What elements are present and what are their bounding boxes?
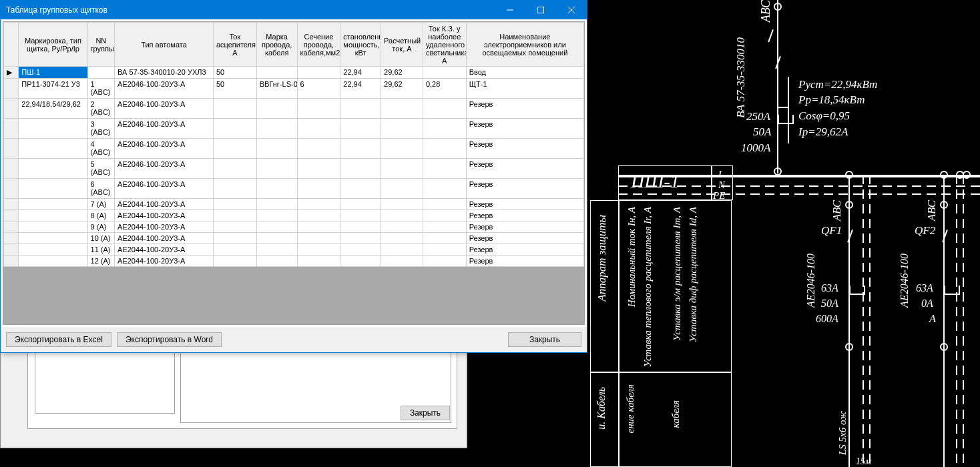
cell-naim[interactable]: Резерв [466,119,583,139]
minimize-button[interactable] [495,1,525,19]
cell-type[interactable]: АЕ2046-100-20У3-А [115,179,214,199]
col-marka[interactable]: Марка провода, кабеля [256,23,297,67]
col-nn[interactable]: NN группы [87,23,115,67]
cell-ust[interactable] [340,244,381,256]
cell-kz[interactable] [423,99,466,119]
cell-rasch[interactable] [381,139,423,159]
cell-naim[interactable]: Резерв [466,159,583,179]
table-row[interactable]: 6 (ABC)АЕ2046-100-20У3-АРезерв [4,179,584,199]
cell-naim[interactable]: Резерв [466,139,583,159]
cell-kz[interactable] [423,199,466,210]
cell-sech[interactable] [297,99,340,119]
modal-close-button[interactable]: Закрыть [508,332,581,347]
cell-kz[interactable] [423,244,466,256]
export-word-button[interactable]: Экспортировать в Word [117,332,222,347]
cell-naim[interactable]: ЩТ-1 [466,79,583,99]
cell-ust[interactable] [340,210,381,221]
cell-tok[interactable] [213,233,256,244]
cell-marka[interactable] [256,159,297,179]
cell-nn[interactable]: 2 (ABC) [87,99,115,119]
col-type[interactable]: Тип автомата [115,23,214,67]
table-row[interactable]: 8 (A)АЕ2044-100-20У3-АРезерв [4,210,584,221]
cell-marka[interactable]: ВВГнг-LS-0, [256,79,297,99]
col-ust[interactable]: cтановленна мощность, кВт [340,23,381,67]
row-header[interactable] [4,159,19,179]
col-rasch[interactable]: Расчетный ток, А [381,23,423,67]
cell-ust[interactable] [340,199,381,210]
cell-ust[interactable]: 22,94 [340,67,381,79]
close-button[interactable] [556,1,587,19]
cell-marka[interactable] [256,221,297,233]
table-row[interactable]: 3 (ABC)АЕ2046-100-20У3-АРезерв [4,119,584,139]
cell-nn[interactable]: 10 (A) [87,233,115,244]
cell-ust[interactable] [340,119,381,139]
cell-kz[interactable] [423,221,466,233]
row-header[interactable]: ▶ [4,67,19,79]
col-sech[interactable]: Сечение провода, кабеля,мм2 [297,23,340,67]
cell-tok[interactable] [213,244,256,256]
cell-type[interactable]: АЕ2044-100-20У3-А [115,199,214,210]
cell-rasch[interactable]: 29,62 [381,79,423,99]
cell-sech[interactable] [297,256,340,267]
cell-marka[interactable] [256,119,297,139]
row-header[interactable] [4,256,19,267]
cell-tok[interactable] [213,159,256,179]
cell-ust[interactable] [340,139,381,159]
row-header[interactable] [4,233,19,244]
cell-sech[interactable] [297,221,340,233]
cell-naim[interactable]: Ввод [466,67,583,79]
cell-type[interactable]: АЕ2046-100-20У3-А [115,99,214,119]
cell-nn[interactable]: 7 (A) [87,199,115,210]
cell-naim[interactable]: Резерв [466,199,583,210]
cell-mark[interactable] [19,244,87,256]
row-header[interactable] [4,179,19,199]
cell-naim[interactable]: Резерв [466,210,583,221]
cell-nn[interactable]: 1 (ABC) [87,79,115,99]
table-row[interactable]: 11 (A)АЕ2044-100-20У3-АРезерв [4,244,584,256]
cell-marka[interactable] [256,199,297,210]
data-grid[interactable]: Маркировка, тип щитка, Ру/Рр/Iр NN групп… [3,21,585,325]
cell-rasch[interactable] [381,119,423,139]
cell-rasch[interactable] [381,179,423,199]
cell-tok[interactable] [213,179,256,199]
cell-sech[interactable] [297,199,340,210]
cell-tok[interactable] [213,210,256,221]
cell-tok[interactable] [213,99,256,119]
table-row[interactable]: 12 (A)АЕ2044-100-20У3-АРезерв [4,256,584,267]
cell-tok[interactable]: 50 [213,79,256,99]
cell-mark[interactable]: 22,94/18,54/29,62 [19,99,87,119]
cell-type[interactable]: АЕ2044-100-20У3-А [115,256,214,267]
cell-rasch[interactable] [381,99,423,119]
cell-kz[interactable] [423,159,466,179]
cell-nn[interactable]: 3 (ABC) [87,119,115,139]
cell-ust[interactable] [340,99,381,119]
cell-kz[interactable] [423,139,466,159]
cell-ust[interactable] [340,233,381,244]
col-mark[interactable]: Маркировка, тип щитка, Ру/Рр/Iр [19,23,87,67]
cell-mark[interactable] [19,159,87,179]
cell-type[interactable]: АЕ2046-100-20У3-А [115,159,214,179]
cell-nn[interactable]: 6 (ABC) [87,179,115,199]
cell-nn[interactable]: 12 (A) [87,256,115,267]
cell-sech[interactable] [297,119,340,139]
cell-sech[interactable] [297,139,340,159]
col-tok[interactable]: Ток асцепителя, А [213,23,256,67]
cell-rasch[interactable] [381,159,423,179]
cell-mark[interactable]: ПР11-3074-21 У3 [19,79,87,99]
cell-nn[interactable]: 5 (ABC) [87,159,115,179]
cell-kz[interactable] [423,179,466,199]
cell-nn[interactable]: 11 (A) [87,244,115,256]
cell-marka[interactable] [256,256,297,267]
cell-ust[interactable] [340,159,381,179]
cell-mark[interactable] [19,256,87,267]
cell-rasch[interactable] [381,244,423,256]
cell-sech[interactable] [297,233,340,244]
table-row[interactable]: ПР11-3074-21 У31 (ABC)АЕ2046-100-20У3-А5… [4,79,584,99]
cell-tok[interactable] [213,119,256,139]
cell-mark[interactable] [19,221,87,233]
cell-tok[interactable] [213,199,256,210]
cell-type[interactable]: ВА 57-35-340010-20 УХЛ3 [115,67,214,79]
cell-naim[interactable]: Резерв [466,244,583,256]
table-row[interactable]: 10 (A)АЕ2044-100-20У3-АРезерв [4,233,584,244]
cell-kz[interactable] [423,67,466,79]
